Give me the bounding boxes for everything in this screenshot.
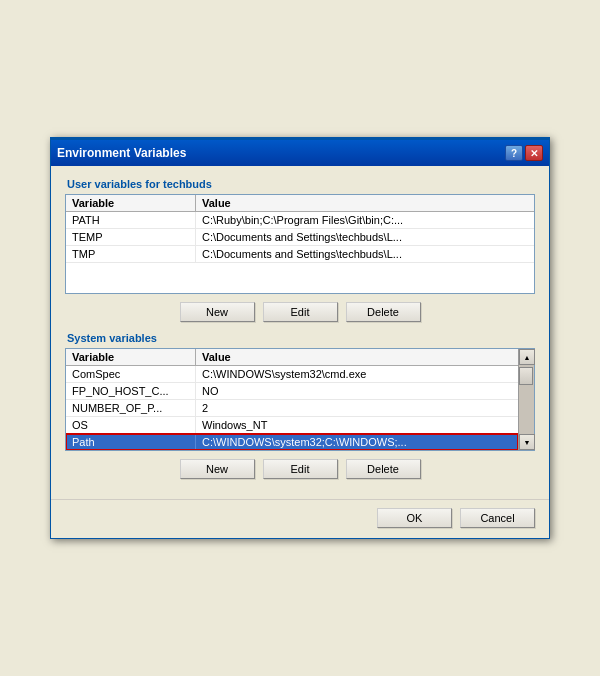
cell-value: C:\Documents and Settings\techbuds\L...: [196, 246, 534, 262]
title-bar-buttons: ? ✕: [505, 145, 543, 161]
cell-value: C:\WINDOWS\system32\cmd.exe: [196, 366, 518, 382]
system-table-header: Variable Value: [66, 349, 518, 366]
user-delete-button[interactable]: Delete: [346, 302, 421, 322]
user-col-value: Value: [196, 195, 534, 211]
scroll-down-button[interactable]: ▼: [519, 434, 535, 450]
user-button-row: New Edit Delete: [65, 302, 535, 322]
cell-value: Windows_NT: [196, 417, 518, 433]
cell-variable: PATH: [66, 212, 196, 228]
cell-variable: ComSpec: [66, 366, 196, 382]
user-variables-label: User variables for techbuds: [65, 178, 535, 190]
table-row-selected[interactable]: Path C:\WINDOWS\system32;C:\WINDOWS;...: [66, 434, 518, 450]
environment-variables-dialog: Environment Variables ? ✕ User variables…: [50, 137, 550, 539]
system-variables-section: System variables Variable Value ComSpec …: [65, 332, 535, 479]
system-col-variable: Variable: [66, 349, 196, 365]
user-variables-table: Variable Value PATH C:\Ruby\bin;C:\Progr…: [65, 194, 535, 294]
user-edit-button[interactable]: Edit: [263, 302, 338, 322]
cell-variable: NUMBER_OF_P...: [66, 400, 196, 416]
scroll-up-button[interactable]: ▲: [519, 349, 535, 365]
system-variables-table: Variable Value ComSpec C:\WINDOWS\system…: [65, 348, 535, 451]
cell-variable: TEMP: [66, 229, 196, 245]
scroll-track: [519, 365, 534, 434]
table-row[interactable]: TMP C:\Documents and Settings\techbuds\L…: [66, 246, 534, 263]
title-bar: Environment Variables ? ✕: [51, 140, 549, 166]
system-col-value: Value: [196, 349, 518, 365]
cell-value: 2: [196, 400, 518, 416]
user-col-variable: Variable: [66, 195, 196, 211]
user-variables-section: User variables for techbuds Variable Val…: [65, 178, 535, 322]
cell-variable-selected: Path: [66, 434, 196, 450]
cell-value-selected: C:\WINDOWS\system32;C:\WINDOWS;...: [196, 434, 518, 450]
cell-value: NO: [196, 383, 518, 399]
system-variables-label: System variables: [65, 332, 535, 344]
cell-variable: TMP: [66, 246, 196, 262]
system-button-row: New Edit Delete: [65, 459, 535, 479]
dialog-title: Environment Variables: [57, 146, 186, 160]
ok-button[interactable]: OK: [377, 508, 452, 528]
table-row[interactable]: PATH C:\Ruby\bin;C:\Program Files\Git\bi…: [66, 212, 534, 229]
system-edit-button[interactable]: Edit: [263, 459, 338, 479]
scroll-thumb[interactable]: [519, 367, 533, 385]
system-scrollbar[interactable]: ▲ ▼: [518, 349, 534, 450]
system-new-button[interactable]: New: [180, 459, 255, 479]
close-button[interactable]: ✕: [525, 145, 543, 161]
dialog-content: User variables for techbuds Variable Val…: [51, 166, 549, 499]
system-delete-button[interactable]: Delete: [346, 459, 421, 479]
table-row[interactable]: ComSpec C:\WINDOWS\system32\cmd.exe: [66, 366, 518, 383]
table-row[interactable]: OS Windows_NT: [66, 417, 518, 434]
user-new-button[interactable]: New: [180, 302, 255, 322]
help-button[interactable]: ?: [505, 145, 523, 161]
table-row[interactable]: FP_NO_HOST_C... NO: [66, 383, 518, 400]
cell-variable: OS: [66, 417, 196, 433]
user-table-header: Variable Value: [66, 195, 534, 212]
table-row[interactable]: TEMP C:\Documents and Settings\techbuds\…: [66, 229, 534, 246]
cell-variable: FP_NO_HOST_C...: [66, 383, 196, 399]
cancel-button[interactable]: Cancel: [460, 508, 535, 528]
table-row[interactable]: NUMBER_OF_P... 2: [66, 400, 518, 417]
cell-value: C:\Documents and Settings\techbuds\L...: [196, 229, 534, 245]
dialog-footer: OK Cancel: [51, 499, 549, 538]
system-table-rows: Variable Value ComSpec C:\WINDOWS\system…: [66, 349, 518, 450]
cell-value: C:\Ruby\bin;C:\Program Files\Git\bin;C:.…: [196, 212, 534, 228]
